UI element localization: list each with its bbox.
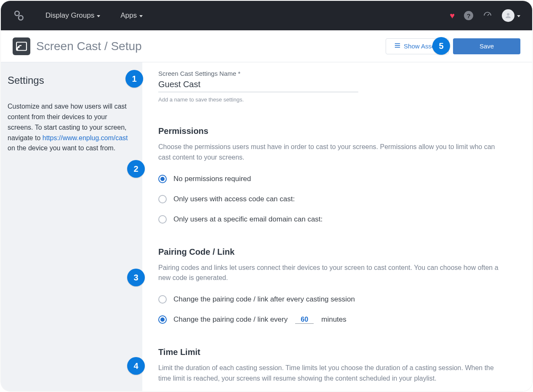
help-icon[interactable]: ? — [464, 11, 473, 20]
list-icon — [394, 43, 400, 50]
app-logo-icon — [13, 10, 24, 21]
svg-point-0 — [15, 11, 19, 16]
annotation-badge-3: 3 — [127, 269, 145, 286]
annotation-badge-4: 4 — [127, 357, 145, 375]
name-field: Screen Cast Settings Name * Add a name t… — [158, 70, 515, 103]
sidebar-heading: Settings — [8, 72, 132, 88]
chevron-down-icon — [139, 15, 143, 17]
permissions-option-email-domain[interactable]: Only users at a specific email domain ca… — [158, 215, 515, 224]
chevron-down-icon — [517, 15, 520, 17]
svg-rect-7 — [395, 45, 400, 46]
minutes-label: minutes — [321, 315, 346, 324]
radio-icon — [158, 295, 167, 304]
nav-display-groups[interactable]: Display Groups — [45, 11, 100, 20]
page-header: Screen Cast / Setup Show Assets Save — [1, 30, 532, 62]
radio-icon — [158, 315, 167, 324]
radio-label: No permissions required — [173, 175, 251, 183]
chevron-down-icon — [97, 15, 100, 17]
sidebar-description: Customize and save how users will cast c… — [8, 101, 132, 154]
svg-rect-8 — [395, 47, 400, 48]
settings-name-input[interactable] — [158, 78, 358, 92]
radio-label: Only users at a specific email domain ca… — [173, 215, 322, 224]
button-label: Save — [480, 43, 494, 50]
permissions-section: Permissions Choose the permissions users… — [158, 126, 515, 224]
pairing-section: Pairing Code / Link Pairing codes and li… — [158, 247, 515, 324]
dashboard-icon[interactable] — [482, 10, 493, 21]
pairing-option-after-session[interactable]: Change the pairing code / link after eve… — [158, 295, 515, 304]
radio-label: Only users with access code can cast: — [173, 195, 295, 203]
radio-label-prefix: Change the pairing code / link every — [173, 315, 288, 324]
section-heading: Permissions — [158, 126, 515, 136]
top-nav: Display Groups Apps ♥ ? — [1, 1, 532, 30]
text: on the device you want to cast from. — [8, 144, 115, 152]
annotation-badge-1: 1 — [125, 70, 143, 88]
annotation-badge-2: 2 — [127, 160, 145, 178]
user-menu[interactable] — [502, 9, 520, 22]
section-description: Limit the duration of each casting sessi… — [158, 363, 508, 384]
avatar-icon — [502, 9, 514, 22]
cast-url-link[interactable]: https://www.enplug.com/cast — [43, 134, 128, 141]
permissions-option-access-code[interactable]: Only users with access code can cast: — [158, 195, 515, 203]
annotation-badge-5: 5 — [432, 37, 450, 55]
radio-icon — [158, 215, 167, 224]
svg-line-2 — [488, 14, 489, 16]
nav-item-label: Apps — [120, 11, 137, 20]
section-description: Choose the permissions users must have i… — [158, 142, 508, 163]
section-heading: Time Limit — [158, 347, 515, 357]
svg-point-3 — [507, 13, 509, 16]
svg-rect-6 — [395, 43, 400, 44]
radio-icon — [158, 195, 167, 203]
pairing-option-every-minutes[interactable]: Change the pairing code / link every min… — [158, 315, 515, 324]
svg-point-5 — [17, 48, 18, 50]
field-hint: Add a name to save these settings. — [158, 96, 515, 103]
svg-point-1 — [19, 16, 23, 20]
field-label: Screen Cast Settings Name * — [158, 70, 515, 77]
section-heading: Pairing Code / Link — [158, 247, 515, 257]
radio-label: Change the pairing code / link after eve… — [173, 295, 355, 304]
settings-sidebar: Settings Customize and save how users wi… — [1, 62, 142, 391]
section-description: Pairing codes and links let users connec… — [158, 263, 508, 284]
settings-form: Screen Cast Settings Name * Add a name t… — [142, 62, 532, 391]
heart-icon[interactable]: ♥ — [450, 11, 455, 21]
nav-item-label: Display Groups — [45, 11, 94, 20]
page-title: Screen Cast / Setup — [36, 40, 142, 53]
nav-apps[interactable]: Apps — [120, 11, 143, 20]
timelimit-section: Time Limit Limit the duration of each ca… — [158, 347, 515, 391]
permissions-option-none[interactable]: No permissions required — [158, 175, 515, 183]
save-button[interactable]: Save — [453, 38, 520, 54]
pairing-minutes-input[interactable] — [295, 316, 314, 324]
radio-icon — [158, 175, 167, 183]
main: Settings Customize and save how users wi… — [1, 62, 532, 391]
cast-icon — [13, 37, 30, 55]
